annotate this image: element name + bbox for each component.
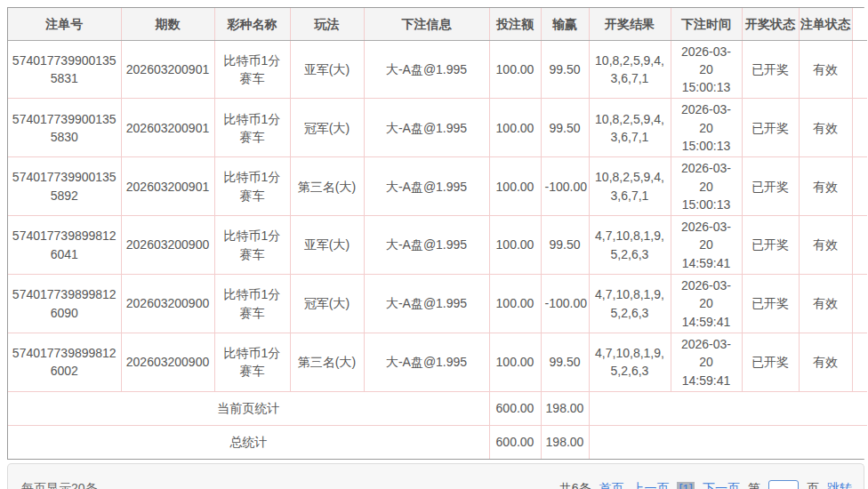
cell-bet-amount: 100.00 [489, 275, 541, 333]
cell-draw-status: 已开奖 [742, 333, 799, 391]
cell-bet-amount: 100.00 [489, 40, 541, 99]
current-page-indicator[interactable]: [1] [677, 482, 695, 489]
jump-label-after: 页 [807, 481, 819, 489]
cell-bet-info: 大-A盘@1.995 [364, 333, 489, 391]
cell-draw-result: 10,8,2,5,9,4,3,6,7,1 [589, 99, 671, 157]
bet-records-page: 注单号 期数 彩种名称 玩法 下注信息 投注额 输赢 开奖结果 下注时间 开奖状… [0, 0, 868, 489]
cell-draw-status: 已开奖 [742, 275, 799, 333]
total-summary-winloss: 198.00 [541, 425, 589, 459]
cell-period: 202603200900 [121, 333, 214, 391]
cell-filler [852, 99, 867, 157]
col-header-period: 期数 [121, 8, 214, 40]
cell-period: 202603200901 [121, 99, 214, 157]
col-header-bet-time: 下注时间 [671, 8, 742, 40]
cell-win-loss: -100.00 [541, 157, 589, 216]
cell-win-loss: 99.50 [541, 99, 589, 157]
page-summary-label: 当前页统计 [8, 391, 489, 425]
first-page-link[interactable]: 首页 [599, 481, 623, 489]
cell-bet-info: 大-A盘@1.995 [364, 157, 489, 216]
col-header-draw-status: 开奖状态 [742, 8, 799, 40]
cell-bet-time: 2026-03-20 15:00:13 [671, 40, 742, 99]
table-row: 5740177399001355892 202603200901 比特币1分赛车… [8, 157, 867, 216]
cell-filler [852, 216, 867, 275]
cell-play-type: 第三名(大) [290, 333, 364, 391]
jump-button[interactable]: 跳转 [827, 481, 852, 489]
table-row: 5740177399001355831 202603200901 比特币1分赛车… [8, 40, 867, 99]
cell-filler [852, 40, 867, 99]
cell-lottery-name: 比特币1分赛车 [214, 40, 290, 99]
table-header-row: 注单号 期数 彩种名称 玩法 下注信息 投注额 输赢 开奖结果 下注时间 开奖状… [8, 8, 867, 40]
cell-win-loss: 99.50 [541, 333, 589, 391]
col-header-order-id: 注单号 [8, 8, 121, 40]
col-header-lottery-name: 彩种名称 [214, 8, 290, 40]
cell-win-loss: 99.50 [541, 40, 589, 99]
table-row: 5740177399001355830 202603200901 比特币1分赛车… [8, 99, 867, 157]
cell-play-type: 第三名(大) [290, 157, 364, 216]
table-row: 5740177398998126002 202603200900 比特币1分赛车… [8, 333, 867, 391]
cell-win-loss: 99.50 [541, 216, 589, 275]
col-header-win-loss: 输赢 [541, 8, 589, 40]
cell-order-id: 5740177398998126002 [8, 333, 121, 391]
cell-lottery-name: 比特币1分赛车 [214, 275, 290, 333]
cell-draw-status: 已开奖 [742, 40, 799, 99]
cell-play-type: 亚军(大) [290, 40, 364, 99]
cell-bet-time: 2026-03-20 15:00:13 [671, 99, 742, 157]
bet-records-table-frame: 注单号 期数 彩种名称 玩法 下注信息 投注额 输赢 开奖结果 下注时间 开奖状… [7, 7, 864, 460]
page-number-input[interactable] [768, 480, 799, 489]
col-header-bet-amount: 投注额 [489, 8, 541, 40]
cell-lottery-name: 比特币1分赛车 [214, 216, 290, 275]
cell-period: 202603200901 [121, 40, 214, 99]
cell-order-status: 有效 [799, 333, 852, 391]
col-header-order-status: 注单状态 [799, 8, 852, 40]
col-header-play-type: 玩法 [290, 8, 364, 40]
cell-order-status: 有效 [799, 275, 852, 333]
pagination-controls: 共6条 首页 上一页 [1] 下一页 第 页 跳转 [559, 480, 852, 489]
cell-draw-result: 4,7,10,8,1,9,5,2,6,3 [589, 275, 671, 333]
cell-draw-status: 已开奖 [742, 157, 799, 216]
cell-draw-result: 10,8,2,5,9,4,3,6,7,1 [589, 157, 671, 216]
cell-bet-info: 大-A盘@1.995 [364, 99, 489, 157]
cell-play-type: 冠军(大) [290, 99, 364, 157]
cell-win-loss: -100.00 [541, 275, 589, 333]
total-summary-row: 总统计 600.00 198.00 [8, 425, 867, 459]
cell-lottery-name: 比特币1分赛车 [214, 157, 290, 216]
total-summary-label: 总统计 [8, 425, 489, 459]
next-page-link[interactable]: 下一页 [703, 481, 740, 489]
cell-lottery-name: 比特币1分赛车 [214, 99, 290, 157]
cell-bet-time: 2026-03-20 14:59:41 [671, 216, 742, 275]
page-size-text: 每页显示20条 [21, 481, 98, 489]
total-count: 共6条 [559, 481, 591, 489]
cell-filler [852, 275, 867, 333]
total-summary-amount: 600.00 [489, 425, 541, 459]
pagination-footer: 每页显示20条 共6条 首页 上一页 [1] 下一页 第 页 跳转 [7, 463, 864, 489]
col-header-filler [852, 8, 867, 40]
cell-bet-info: 大-A盘@1.995 [364, 40, 489, 99]
jump-label-before: 第 [748, 481, 760, 489]
col-header-bet-info: 下注信息 [364, 8, 489, 40]
col-header-draw-result: 开奖结果 [589, 8, 671, 40]
page-summary-empty [589, 391, 867, 425]
cell-order-status: 有效 [799, 99, 852, 157]
cell-bet-time: 2026-03-20 15:00:13 [671, 157, 742, 216]
cell-bet-info: 大-A盘@1.995 [364, 216, 489, 275]
table-row: 5740177398998126090 202603200900 比特币1分赛车… [8, 275, 867, 333]
table-row: 5740177398998126041 202603200900 比特币1分赛车… [8, 216, 867, 275]
cell-period: 202603200900 [121, 216, 214, 275]
total-summary-empty [589, 425, 867, 459]
cell-period: 202603200900 [121, 275, 214, 333]
cell-play-type: 冠军(大) [290, 275, 364, 333]
cell-filler [852, 333, 867, 391]
cell-bet-time: 2026-03-20 14:59:41 [671, 275, 742, 333]
cell-bet-info: 大-A盘@1.995 [364, 275, 489, 333]
cell-draw-result: 10,8,2,5,9,4,3,6,7,1 [589, 40, 671, 99]
prev-page-link[interactable]: 上一页 [631, 481, 669, 489]
cell-draw-result: 4,7,10,8,1,9,5,2,6,3 [589, 333, 671, 391]
cell-order-id: 5740177398998126041 [8, 216, 121, 275]
bet-records-table: 注单号 期数 彩种名称 玩法 下注信息 投注额 输赢 开奖结果 下注时间 开奖状… [8, 8, 867, 459]
cell-bet-amount: 100.00 [489, 99, 541, 157]
cell-order-id: 5740177399001355892 [8, 157, 121, 216]
cell-play-type: 亚军(大) [290, 216, 364, 275]
cell-order-id: 5740177399001355831 [8, 40, 121, 99]
cell-bet-amount: 100.00 [489, 157, 541, 216]
page-summary-amount: 600.00 [489, 391, 541, 425]
